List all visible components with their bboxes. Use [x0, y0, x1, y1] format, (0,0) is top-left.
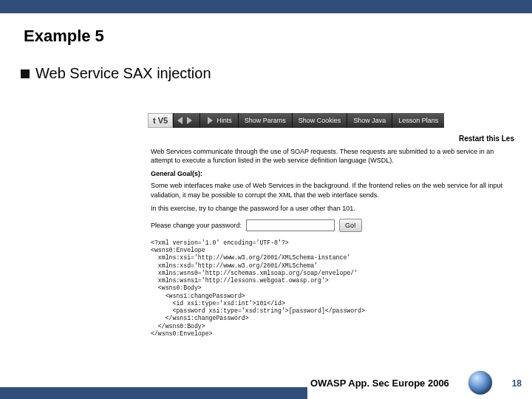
arrow-right-icon	[187, 117, 192, 124]
bullet-row: Web Service SAX injection	[21, 65, 532, 82]
footer: OWASP App. Sec Europe 2006 18	[0, 364, 532, 399]
lesson-intro: Web Services communicate through the use…	[151, 147, 514, 165]
navbar-prev-next[interactable]	[173, 113, 200, 128]
arrow-right-icon	[208, 117, 213, 124]
bullet-text: Web Service SAX injection	[35, 65, 211, 82]
navbar-lesson-plans[interactable]: Lesson Plans	[392, 113, 444, 128]
navbar-show-cookies[interactable]: Show Cookies	[292, 113, 347, 128]
arrow-left-icon	[177, 117, 183, 124]
navbar-show-java[interactable]: Show Java	[347, 113, 392, 128]
restart-lesson-link[interactable]: Restart this Les	[148, 134, 514, 143]
general-goals-heading: General Goal(s):	[151, 169, 514, 178]
navbar-hints-label: Hints	[216, 117, 232, 124]
soap-xml-block: <?xml version='1.0' encoding='UTF-8'?> <…	[151, 239, 514, 338]
footer-bar	[0, 387, 307, 399]
navbar-version-label: t V5	[148, 113, 173, 128]
go-button[interactable]: Go!	[339, 219, 362, 232]
bullet-square-icon	[21, 69, 30, 78]
footer-text: OWASP App. Sec Europe 2006	[310, 378, 449, 389]
navbar-show-params[interactable]: Show Params	[238, 113, 292, 128]
password-form: Please change your password: Go!	[151, 219, 514, 232]
goals-text-2: In this exercise, try to change the pass…	[151, 204, 514, 213]
webgoat-navbar: t V5 Hints Show Params Show Cookies Show…	[148, 112, 517, 129]
top-bar	[0, 0, 532, 13]
navbar-hints[interactable]: Hints	[200, 113, 238, 128]
goals-text-1: Some web interfaces make use of Web Serv…	[151, 181, 514, 199]
password-input[interactable]	[246, 219, 335, 231]
password-label: Please change your password:	[151, 221, 242, 230]
globe-icon	[468, 371, 492, 395]
slide-title: Example 5	[24, 27, 532, 46]
lesson-body: Web Services communicate through the use…	[148, 147, 517, 338]
page-number: 18	[512, 378, 522, 389]
embedded-screenshot: t V5 Hints Show Params Show Cookies Show…	[148, 112, 517, 341]
